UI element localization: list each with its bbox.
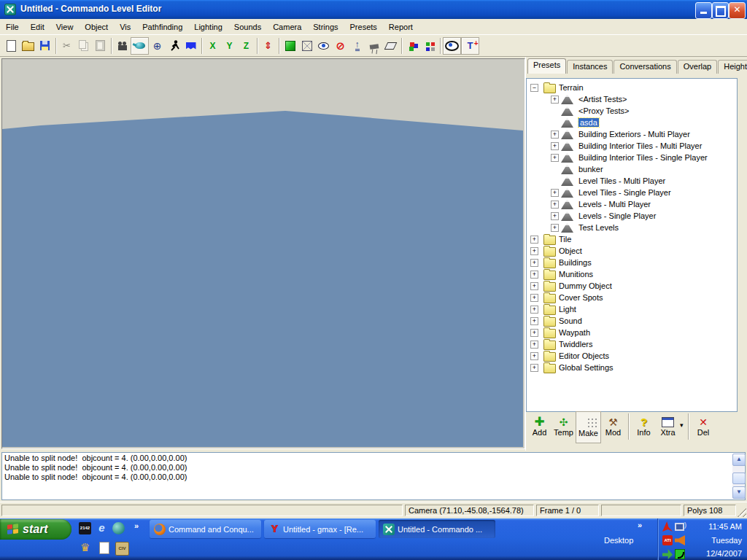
tab-conversations[interactable]: Conversations [614,60,676,74]
expand-icon[interactable]: + [530,364,538,372]
tree-item-label[interactable]: <Artist Tests> [578,95,627,104]
viewport-3d[interactable] [1,58,525,449]
menu-vis[interactable]: Vis [114,21,136,33]
menu-report[interactable]: Report [383,21,419,33]
quicklaunch-chevron-icon[interactable]: » [134,521,139,530]
del-button[interactable]: ✕Del [692,411,716,442]
expand-icon[interactable]: + [551,201,559,209]
globe-icon[interactable] [112,522,125,534]
tree-item-label[interactable]: Terrain [559,83,584,92]
no-visibility-button[interactable]: ⊘ [332,38,349,54]
start-button[interactable]: start [0,519,71,540]
tree-item-label[interactable]: Tile [559,235,571,244]
maximize-button[interactable] [712,2,729,19]
tree-item-label[interactable]: Levels - Multi Player [578,200,651,209]
tree-item-label-selected[interactable]: asda [578,118,599,127]
task-commando-editor[interactable]: Untitled - Commando ... [379,520,495,538]
menu-view[interactable]: View [50,21,80,33]
text-toggle-button[interactable]: T [461,37,479,55]
xtra-dropdown-icon[interactable]: ▾ [680,421,684,429]
tree-item-label[interactable]: Cover Spots [559,293,603,302]
scroll-down-icon[interactable]: ▼ [732,486,746,499]
menu-pathfinding[interactable]: Pathfinding [136,21,188,33]
tree-item-label[interactable]: Global Settings [559,363,614,372]
menu-strings[interactable]: Strings [307,21,344,33]
task-command-and-conquer[interactable]: Command and Conqu... [150,520,261,538]
rgb-cubes-button[interactable] [404,38,421,54]
tab-overlap[interactable]: Overlap [678,60,718,74]
expand-icon[interactable]: + [530,352,538,360]
tab-presets[interactable]: Presets [527,58,566,74]
tree-item-label[interactable]: Editor Objects [559,351,609,360]
close-button[interactable]: ✕ [729,2,746,19]
tree-item-label[interactable]: Object [559,246,582,255]
menu-presets[interactable]: Presets [344,21,383,33]
expand-icon[interactable]: + [530,317,538,325]
bf2142-icon[interactable]: 2142 [79,522,91,534]
tree-item-label[interactable]: Building Interior Tiles - Single Player [578,153,708,162]
task-gmax[interactable]: Y Untitled - gmax - [Re... [264,520,376,538]
scrollbar-thumb[interactable] [732,472,746,484]
run-character-button[interactable] [166,38,182,54]
x-axis-button[interactable]: X [204,38,221,54]
movie-camera-button[interactable] [114,38,131,54]
expand-icon[interactable]: + [530,329,538,337]
ati-icon[interactable]: ATI [662,535,673,545]
solid-cube-button[interactable] [282,38,298,54]
volume-icon[interactable] [675,535,685,545]
minimize-button[interactable] [695,2,712,19]
camera-dolly-button[interactable] [365,38,382,54]
tree-item-label[interactable]: Buildings [559,258,592,267]
waypoint-flag-button[interactable] [182,38,199,54]
menu-lighting[interactable]: Lighting [188,21,228,33]
desktop-toolbar-chevron-icon[interactable]: » [638,521,642,529]
scroll-up-icon[interactable]: ▲ [732,454,746,466]
expand-icon[interactable]: + [551,224,559,232]
game-document-icon[interactable] [99,542,109,554]
expand-icon[interactable]: + [551,131,559,139]
green-update-icon[interactable] [662,549,673,559]
add-button[interactable]: ✚Add [527,411,551,442]
tree-item-label[interactable]: Sound [559,316,582,325]
expand-icon[interactable]: + [530,236,538,244]
expand-icon[interactable]: + [551,96,559,104]
expand-icon[interactable]: + [530,247,538,255]
tree-item-label[interactable]: Waypath [559,328,590,337]
desktop-toolbar-label[interactable]: Desktop [604,536,633,545]
visibility-button[interactable] [315,38,332,54]
menu-camera[interactable]: Camera [267,21,307,33]
expand-icon[interactable]: + [551,212,559,220]
tree-item-label[interactable]: <Proxy Tests> [578,106,630,115]
menu-object[interactable]: Object [79,21,114,33]
info-button[interactable]: ?Info [632,411,656,442]
tab-instances[interactable]: Instances [567,60,613,74]
log-scrollbar[interactable]: ▲ ▼ [732,454,744,499]
xtra-button[interactable]: Xtra [656,411,680,442]
raise-button[interactable]: ↑ [349,38,365,54]
expand-icon[interactable]: + [530,341,538,349]
menu-edit[interactable]: Edit [25,21,50,33]
tree-item-label[interactable]: Munitions [559,270,593,279]
render-mode-button[interactable] [131,37,149,55]
ati-arrow-icon[interactable] [662,521,673,532]
tree-item-label[interactable]: Level Tiles - Multi Player [578,176,665,185]
tree-item-label[interactable]: Twiddlers [559,340,592,349]
color-squares-button[interactable] [421,38,438,54]
monitor-signal-icon[interactable] [675,523,684,531]
tree-item-label[interactable]: bunker [578,165,603,174]
temp-button[interactable]: ✣Temp [551,411,576,442]
new-button[interactable] [3,38,20,54]
make-button[interactable]: Make [576,411,601,443]
network-green-icon[interactable] [675,549,685,559]
expand-icon[interactable]: + [530,271,538,279]
tree-item-label[interactable]: Building Interior Tiles - Multi Player [578,141,702,150]
resize-grip[interactable] [738,508,746,517]
menu-sounds[interactable]: Sounds [228,21,267,33]
expand-icon[interactable]: + [530,294,538,302]
spray-button[interactable]: ⇕ [260,38,276,54]
eye-toggle-button[interactable] [443,37,461,55]
axis-gimbal-button[interactable]: ⊕ [149,38,166,54]
polygon-button[interactable] [382,38,399,54]
expand-icon[interactable]: + [530,282,538,290]
tree-item-label[interactable]: Dummy Object [559,281,612,290]
